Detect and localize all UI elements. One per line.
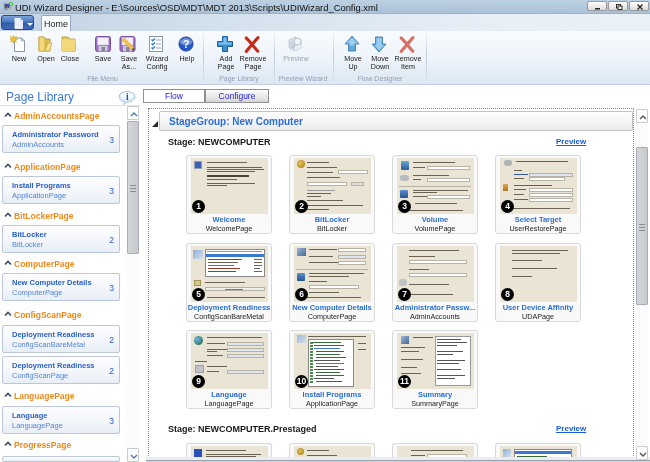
svg-text:?: ? [183, 38, 190, 50]
svg-text:i: i [126, 92, 129, 102]
